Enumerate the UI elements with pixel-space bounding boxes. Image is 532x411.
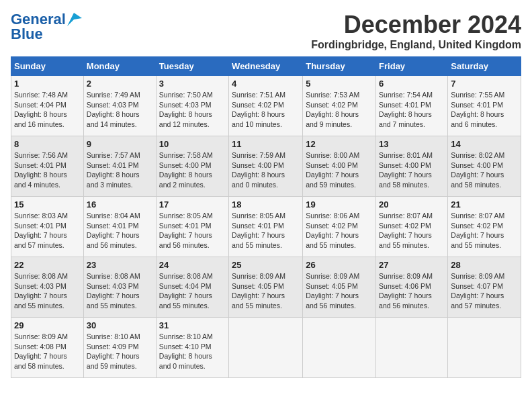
day-number: 13 (379, 139, 445, 149)
day-number: 7 (451, 79, 518, 89)
calendar-cell (303, 318, 376, 378)
weekday-header-saturday: Saturday (448, 57, 521, 76)
calendar-cell: 28Sunrise: 8:09 AM Sunset: 4:07 PM Dayli… (448, 257, 521, 318)
day-info: Sunrise: 7:56 AM Sunset: 4:01 PM Dayligh… (14, 150, 81, 190)
day-number: 23 (87, 260, 153, 270)
weekday-header-wednesday: Wednesday (229, 57, 303, 76)
calendar-cell: 9Sunrise: 7:57 AM Sunset: 4:01 PM Daylig… (83, 136, 156, 197)
weekday-header-sunday: Sunday (11, 57, 84, 76)
day-number: 21 (451, 199, 518, 210)
calendar-cell: 12Sunrise: 8:00 AM Sunset: 4:00 PM Dayli… (303, 136, 376, 197)
day-number: 1 (14, 79, 81, 89)
day-number: 12 (306, 139, 373, 149)
calendar-table: SundayMondayTuesdayWednesdayThursdayFrid… (11, 56, 521, 378)
day-info: Sunrise: 7:55 AM Sunset: 4:01 PM Dayligh… (451, 90, 518, 130)
logo-bird-icon (67, 13, 82, 26)
calendar-cell: 15Sunrise: 8:03 AM Sunset: 4:01 PM Dayli… (11, 197, 84, 257)
day-number: 6 (379, 79, 445, 89)
calendar-cell: 11Sunrise: 7:59 AM Sunset: 4:00 PM Dayli… (229, 136, 303, 197)
svg-marker-0 (67, 13, 82, 26)
day-number: 17 (159, 199, 226, 210)
calendar-cell: 27Sunrise: 8:09 AM Sunset: 4:06 PM Dayli… (376, 257, 448, 318)
calendar-cell: 6Sunrise: 7:54 AM Sunset: 4:01 PM Daylig… (376, 76, 448, 136)
calendar-cell: 25Sunrise: 8:09 AM Sunset: 4:05 PM Dayli… (229, 257, 303, 318)
weekday-header-row: SundayMondayTuesdayWednesdayThursdayFrid… (11, 57, 521, 76)
day-info: Sunrise: 7:51 AM Sunset: 4:02 PM Dayligh… (232, 90, 300, 130)
calendar-cell: 26Sunrise: 8:09 AM Sunset: 4:05 PM Dayli… (303, 257, 376, 318)
calendar-cell: 30Sunrise: 8:10 AM Sunset: 4:09 PM Dayli… (83, 318, 156, 378)
day-info: Sunrise: 8:07 AM Sunset: 4:02 PM Dayligh… (451, 211, 518, 250)
day-number: 11 (232, 139, 300, 149)
calendar-cell: 17Sunrise: 8:05 AM Sunset: 4:01 PM Dayli… (156, 197, 228, 257)
day-number: 5 (306, 79, 373, 89)
logo-blue: Blue (11, 26, 43, 43)
weekday-header-monday: Monday (83, 57, 156, 76)
day-number: 30 (87, 320, 153, 330)
day-number: 31 (159, 320, 226, 330)
day-number: 24 (159, 260, 226, 270)
calendar-cell: 16Sunrise: 8:04 AM Sunset: 4:01 PM Dayli… (83, 197, 156, 257)
day-info: Sunrise: 7:59 AM Sunset: 4:00 PM Dayligh… (232, 150, 300, 190)
calendar-cell: 2Sunrise: 7:49 AM Sunset: 4:03 PM Daylig… (83, 76, 156, 136)
day-info: Sunrise: 8:10 AM Sunset: 4:10 PM Dayligh… (159, 332, 226, 371)
calendar-cell: 7Sunrise: 7:55 AM Sunset: 4:01 PM Daylig… (448, 76, 521, 136)
day-number: 4 (232, 79, 300, 89)
day-number: 3 (159, 79, 226, 89)
day-info: Sunrise: 7:54 AM Sunset: 4:01 PM Dayligh… (379, 90, 445, 130)
day-info: Sunrise: 8:09 AM Sunset: 4:05 PM Dayligh… (306, 271, 373, 311)
day-info: Sunrise: 8:09 AM Sunset: 4:08 PM Dayligh… (14, 332, 81, 371)
calendar-cell: 24Sunrise: 8:08 AM Sunset: 4:04 PM Dayli… (156, 257, 228, 318)
day-info: Sunrise: 8:08 AM Sunset: 4:03 PM Dayligh… (87, 271, 153, 311)
calendar-week-row: 1Sunrise: 7:48 AM Sunset: 4:04 PM Daylig… (11, 76, 521, 136)
calendar-cell: 8Sunrise: 7:56 AM Sunset: 4:01 PM Daylig… (11, 136, 84, 197)
calendar-cell: 14Sunrise: 8:02 AM Sunset: 4:00 PM Dayli… (448, 136, 521, 197)
day-info: Sunrise: 8:02 AM Sunset: 4:00 PM Dayligh… (451, 150, 518, 190)
title-area: December 2024 Fordingbridge, England, Un… (311, 11, 521, 51)
day-info: Sunrise: 8:08 AM Sunset: 4:03 PM Dayligh… (14, 271, 81, 311)
day-number: 10 (159, 139, 226, 149)
day-info: Sunrise: 8:10 AM Sunset: 4:09 PM Dayligh… (87, 332, 153, 371)
day-info: Sunrise: 8:07 AM Sunset: 4:02 PM Dayligh… (379, 211, 445, 250)
day-info: Sunrise: 7:49 AM Sunset: 4:03 PM Dayligh… (87, 90, 153, 130)
day-info: Sunrise: 7:50 AM Sunset: 4:03 PM Dayligh… (159, 90, 226, 130)
day-info: Sunrise: 8:09 AM Sunset: 4:05 PM Dayligh… (232, 271, 300, 311)
calendar-week-row: 22Sunrise: 8:08 AM Sunset: 4:03 PM Dayli… (11, 257, 521, 318)
calendar-cell: 23Sunrise: 8:08 AM Sunset: 4:03 PM Dayli… (83, 257, 156, 318)
day-number: 8 (14, 139, 81, 149)
calendar-cell (376, 318, 448, 378)
day-info: Sunrise: 8:05 AM Sunset: 4:01 PM Dayligh… (232, 211, 300, 250)
weekday-header-thursday: Thursday (303, 57, 376, 76)
calendar-cell: 3Sunrise: 7:50 AM Sunset: 4:03 PM Daylig… (156, 76, 228, 136)
day-number: 16 (87, 199, 153, 210)
calendar-cell: 22Sunrise: 8:08 AM Sunset: 4:03 PM Dayli… (11, 257, 84, 318)
calendar-cell: 29Sunrise: 8:09 AM Sunset: 4:08 PM Dayli… (11, 318, 84, 378)
calendar-week-row: 29Sunrise: 8:09 AM Sunset: 4:08 PM Dayli… (11, 318, 521, 378)
calendar-cell: 21Sunrise: 8:07 AM Sunset: 4:02 PM Dayli… (448, 197, 521, 257)
calendar-cell: 19Sunrise: 8:06 AM Sunset: 4:02 PM Dayli… (303, 197, 376, 257)
day-number: 18 (232, 199, 300, 210)
day-info: Sunrise: 7:58 AM Sunset: 4:00 PM Dayligh… (159, 150, 226, 190)
calendar-cell (448, 318, 521, 378)
day-info: Sunrise: 8:09 AM Sunset: 4:07 PM Dayligh… (451, 271, 518, 311)
calendar-cell: 20Sunrise: 8:07 AM Sunset: 4:02 PM Dayli… (376, 197, 448, 257)
calendar-cell: 18Sunrise: 8:05 AM Sunset: 4:01 PM Dayli… (229, 197, 303, 257)
location-title: Fordingbridge, England, United Kingdom (311, 39, 521, 51)
day-info: Sunrise: 7:53 AM Sunset: 4:02 PM Dayligh… (306, 90, 373, 130)
calendar-cell: 10Sunrise: 7:58 AM Sunset: 4:00 PM Dayli… (156, 136, 228, 197)
day-number: 15 (14, 199, 81, 210)
weekday-header-friday: Friday (376, 57, 448, 76)
calendar-cell: 4Sunrise: 7:51 AM Sunset: 4:02 PM Daylig… (229, 76, 303, 136)
day-info: Sunrise: 8:05 AM Sunset: 4:01 PM Dayligh… (159, 211, 226, 250)
day-number: 19 (306, 199, 373, 210)
day-number: 25 (232, 260, 300, 270)
calendar-week-row: 8Sunrise: 7:56 AM Sunset: 4:01 PM Daylig… (11, 136, 521, 197)
day-number: 29 (14, 320, 81, 330)
calendar-cell: 1Sunrise: 7:48 AM Sunset: 4:04 PM Daylig… (11, 76, 84, 136)
day-info: Sunrise: 8:00 AM Sunset: 4:00 PM Dayligh… (306, 150, 373, 190)
calendar-cell: 5Sunrise: 7:53 AM Sunset: 4:02 PM Daylig… (303, 76, 376, 136)
day-info: Sunrise: 7:57 AM Sunset: 4:01 PM Dayligh… (87, 150, 153, 190)
month-title: December 2024 (311, 11, 521, 39)
day-number: 28 (451, 260, 518, 270)
day-info: Sunrise: 7:48 AM Sunset: 4:04 PM Dayligh… (14, 90, 81, 130)
day-info: Sunrise: 8:08 AM Sunset: 4:04 PM Dayligh… (159, 271, 226, 311)
